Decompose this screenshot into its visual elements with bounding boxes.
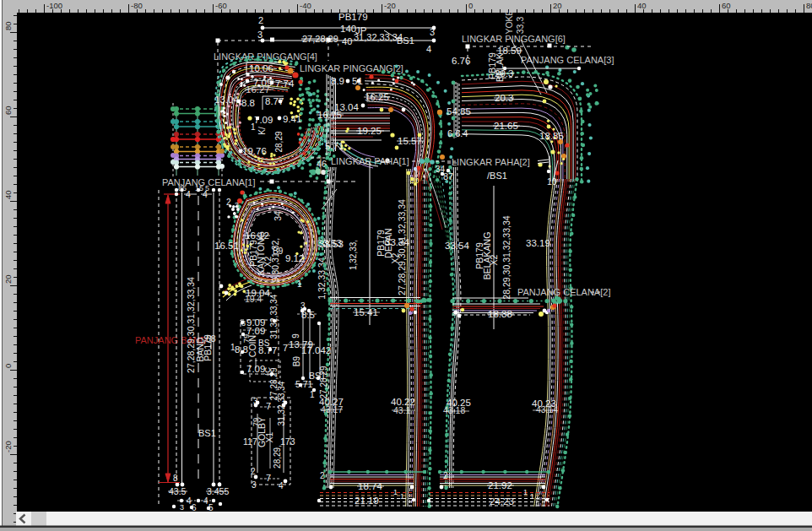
svg-text:1: 1 [230,343,235,352]
svg-text:PANJANG CELANA[2]: PANJANG CELANA[2] [517,287,610,297]
svg-text:16.51: 16.51 [214,241,239,251]
svg-text:173: 173 [280,436,295,447]
svg-text:43.14: 43.14 [536,404,558,415]
svg-text:33.54: 33.54 [445,241,469,251]
svg-text:-100: -100 [46,1,62,10]
svg-text:PB179: PB179 [338,12,368,22]
svg-text:4: 4 [426,44,431,54]
svg-text:/BS1: /BS1 [487,171,507,181]
svg-text:28,29,30,31,32,33,34: 28,29,30,31,32,33,34 [501,215,512,299]
svg-text:3: 3 [430,27,435,37]
svg-text:80: 80 [806,1,812,10]
svg-text:20: 20 [3,274,13,284]
svg-text:8.77: 8.77 [258,345,277,355]
svg-text:1: 1 [393,488,398,496]
svg-text:6: 6 [192,503,197,512]
svg-text:80: 80 [3,21,13,30]
svg-text:BS1: BS1 [198,428,216,438]
svg-text:X1: X1 [264,431,274,442]
svg-text:33.34: 33.34 [385,237,409,247]
svg-text:43.18: 43.18 [443,405,465,415]
svg-text:117: 117 [243,436,257,447]
svg-text:6 6.4: 6 6.4 [447,128,468,138]
svg-text:-80: -80 [131,1,143,10]
svg-text:8.9: 8.9 [331,76,344,86]
svg-text:34: 34 [273,211,283,221]
svg-text:3: 3 [252,480,257,490]
svg-text:X2: X2 [489,254,499,265]
svg-text:LINGKAR PAHA[2]: LINGKAR PAHA[2] [452,157,530,167]
svg-text:0: 0 [468,1,473,10]
svg-text:-20: -20 [384,1,396,10]
svg-text:7: 7 [266,401,271,411]
svg-text:60: 60 [3,106,13,115]
svg-text:-40: -40 [300,1,311,10]
svg-text:2: 2 [443,471,448,480]
svg-text:9: 9 [291,333,300,339]
svg-text:7: 7 [283,343,288,353]
svg-text:1: 1 [523,488,528,496]
svg-text:8.8: 8.8 [241,98,255,108]
svg-text:40: 40 [3,190,13,199]
svg-text:1: 1 [400,492,404,501]
svg-text:33,3: 33,3 [515,17,525,35]
svg-text:19.76: 19.76 [242,146,267,156]
svg-text:54.85: 54.85 [447,106,471,116]
svg-text:60: 60 [722,1,731,10]
svg-text:KANTONG: KANTONG [256,231,266,275]
svg-text:(C: (C [263,367,272,376]
svg-text:31,32,33,34: 31,32,33,34 [269,294,279,339]
svg-text:BS1: BS1 [397,35,414,46]
svg-text:1,32,33,: 1,32,33, [349,240,358,270]
svg-text:3: 3 [257,30,263,40]
svg-text:7.74: 7.74 [275,79,295,89]
svg-text:28,29,: 28,29, [273,445,282,469]
svg-text:4: 4 [279,481,284,490]
svg-text:9,30,31,32,: 9,30,31,32, [270,238,280,283]
svg-text:2: 2 [251,467,256,476]
svg-text:20: 20 [553,1,562,10]
svg-text:B9: B9 [292,355,301,366]
svg-text:6.76: 6.76 [452,56,470,66]
svg-text:PANJANG CELANA[3]: PANJANG CELANA[3] [521,55,614,65]
svg-text:-20: -20 [3,441,13,452]
svg-text:2: 2 [226,198,231,207]
svg-text:9.41: 9.41 [283,114,301,124]
svg-text:19.4: 19.4 [245,294,263,304]
svg-text:B9: B9 [273,247,284,256]
svg-text:2: 2 [320,471,325,480]
svg-text:28,29: 28,29 [274,131,284,152]
svg-text:50: 50 [410,176,420,185]
svg-text:0: 0 [3,364,13,368]
svg-text:8: 8 [173,474,178,483]
svg-text:33.53: 33.53 [319,239,344,249]
svg-text:9.12: 9.12 [285,253,304,263]
svg-text:-60: -60 [215,1,227,10]
svg-text:24.23: 24.23 [490,496,514,507]
svg-text:18.85: 18.85 [539,131,564,141]
svg-text:K/: K/ [257,127,267,135]
svg-text:YOKE: YOKE [504,9,514,34]
svg-text:87: 87 [443,171,453,182]
svg-text:3: 3 [180,503,184,512]
svg-text:2: 2 [258,15,263,25]
svg-text:1: 1 [297,279,302,289]
svg-text:21.19: 21.19 [355,496,379,506]
svg-text:10.06: 10.06 [249,63,273,73]
svg-text:1: 1 [530,492,534,501]
svg-text:1: 1 [251,122,256,132]
svg-text:5: 5 [208,503,214,512]
svg-text:17.042: 17.042 [301,345,331,355]
svg-text:40: 40 [637,1,647,10]
svg-text:LINGKAR PINGGANG[6]: LINGKAR PINGGANG[6] [462,34,566,44]
svg-text:5.71: 5.71 [325,141,344,151]
svg-text:13.04: 13.04 [214,95,239,105]
svg-text:7: 7 [266,473,271,483]
svg-text:33.19: 33.19 [526,238,550,248]
svg-text:79: 79 [251,418,260,427]
svg-text:51: 51 [352,76,363,86]
svg-text:, 40: , 40 [337,36,352,46]
